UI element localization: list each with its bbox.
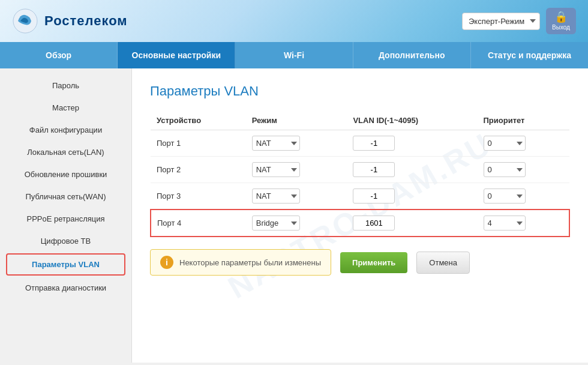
- sidebar-item-vlan-params[interactable]: Параметры VLAN: [6, 253, 125, 276]
- priority-cell-1: 01234567: [478, 157, 570, 183]
- cancel-button[interactable]: Отмена: [416, 252, 470, 274]
- priority-cell-0: 01234567: [478, 130, 570, 157]
- exit-icon: 🔒: [554, 11, 568, 22]
- header-right: Эксперт-Режим 🔒 Выход: [462, 8, 576, 34]
- mode-select-3[interactable]: NATBridgeVLAN: [252, 216, 300, 231]
- priority-cell-2: 01234567: [478, 183, 570, 210]
- sidebar-item-diagnostics[interactable]: Отправка диагностики: [0, 277, 131, 299]
- main-layout: Пароль Мастер Файл конфигурации Локальна…: [0, 68, 588, 363]
- mode-select-0[interactable]: NATBridgeVLAN: [252, 136, 300, 151]
- exit-button[interactable]: 🔒 Выход: [546, 8, 576, 34]
- mode-select-1[interactable]: NATBridgeVLAN: [252, 162, 300, 177]
- mode-cell-3: NATBridgeVLAN: [246, 210, 347, 237]
- sidebar-item-password[interactable]: Пароль: [0, 74, 131, 97]
- vlan-id-input-1[interactable]: [353, 162, 395, 177]
- notification-text: Некоторые параметры были изменены: [179, 258, 321, 267]
- header: Ростелеком Эксперт-Режим 🔒 Выход: [0, 0, 588, 42]
- priority-select-0[interactable]: 01234567: [484, 136, 526, 151]
- table-row: Порт 4NATBridgeVLAN01234567: [151, 210, 569, 237]
- sidebar-item-master[interactable]: Мастер: [0, 97, 131, 119]
- nav-tabs: Обзор Основные настройки Wi-Fi Дополните…: [0, 42, 588, 68]
- notification-box: i Некоторые параметры были изменены: [150, 249, 331, 276]
- sidebar: Пароль Мастер Файл конфигурации Локальна…: [0, 68, 132, 363]
- sidebar-item-pppoe-relay[interactable]: PPPoE ретрансляция: [0, 208, 131, 230]
- sidebar-item-config-file[interactable]: Файл конфигурации: [0, 119, 131, 141]
- info-icon: i: [160, 256, 173, 269]
- vlan-id-input-2[interactable]: [353, 189, 395, 204]
- logo-text: Ростелеком: [44, 13, 128, 29]
- sidebar-item-wan[interactable]: Публичная сеть(WAN): [0, 186, 131, 208]
- table-row: Порт 2NATBridgeVLAN01234567: [151, 157, 569, 183]
- vlan-id-cell-3: [347, 210, 477, 237]
- vlan-id-cell-1: [347, 157, 477, 183]
- logo-icon: [12, 8, 38, 34]
- tab-basic-settings[interactable]: Основные настройки: [118, 42, 235, 68]
- tab-status-support[interactable]: Статус и поддержка: [471, 42, 588, 68]
- priority-select-2[interactable]: 01234567: [484, 189, 526, 204]
- vlan-id-cell-0: [347, 130, 477, 157]
- device-cell-2: Порт 3: [151, 183, 246, 210]
- mode-cell-0: NATBridgeVLAN: [246, 130, 347, 157]
- col-header-vlan-id: VLAN ID(-1~4095): [347, 111, 477, 130]
- priority-select-3[interactable]: 01234567: [484, 216, 526, 231]
- content-area: NASTRO-DAM.RU Параметры VLAN Устройство …: [132, 68, 588, 363]
- col-header-priority: Приоритет: [478, 111, 570, 130]
- device-cell-0: Порт 1: [151, 130, 246, 157]
- tab-overview[interactable]: Обзор: [0, 42, 118, 68]
- vlan-id-input-0[interactable]: [353, 136, 395, 151]
- sidebar-item-iptv[interactable]: Цифровое ТВ: [0, 230, 131, 252]
- tab-advanced[interactable]: Дополнительно: [353, 42, 471, 68]
- page-title: Параметры VLAN: [150, 83, 570, 99]
- logo-area: Ростелеком: [12, 8, 128, 34]
- tab-wifi[interactable]: Wi-Fi: [235, 42, 353, 68]
- col-header-mode: Режим: [246, 111, 347, 130]
- mode-cell-1: NATBridgeVLAN: [246, 157, 347, 183]
- priority-cell-3: 01234567: [478, 210, 570, 237]
- priority-select-1[interactable]: 01234567: [484, 162, 526, 177]
- apply-button[interactable]: Применить: [340, 252, 407, 273]
- mode-select-2[interactable]: NATBridgeVLAN: [252, 189, 300, 204]
- sidebar-item-lan[interactable]: Локальная сеть(LAN): [0, 141, 131, 163]
- expert-mode-select[interactable]: Эксперт-Режим: [462, 13, 540, 30]
- vlan-id-cell-2: [347, 183, 477, 210]
- sidebar-item-firmware[interactable]: Обновление прошивки: [0, 163, 131, 186]
- table-row: Порт 1NATBridgeVLAN01234567: [151, 130, 569, 157]
- device-cell-3: Порт 4: [151, 210, 246, 237]
- col-header-device: Устройство: [151, 111, 246, 130]
- vlan-id-input-3[interactable]: [353, 216, 395, 231]
- table-row: Порт 3NATBridgeVLAN01234567: [151, 183, 569, 210]
- device-cell-1: Порт 2: [151, 157, 246, 183]
- exit-label: Выход: [552, 24, 570, 31]
- mode-cell-2: NATBridgeVLAN: [246, 183, 347, 210]
- vlan-table: Устройство Режим VLAN ID(-1~4095) Приори…: [150, 111, 570, 237]
- notification-bar: i Некоторые параметры были изменены Прим…: [150, 249, 570, 276]
